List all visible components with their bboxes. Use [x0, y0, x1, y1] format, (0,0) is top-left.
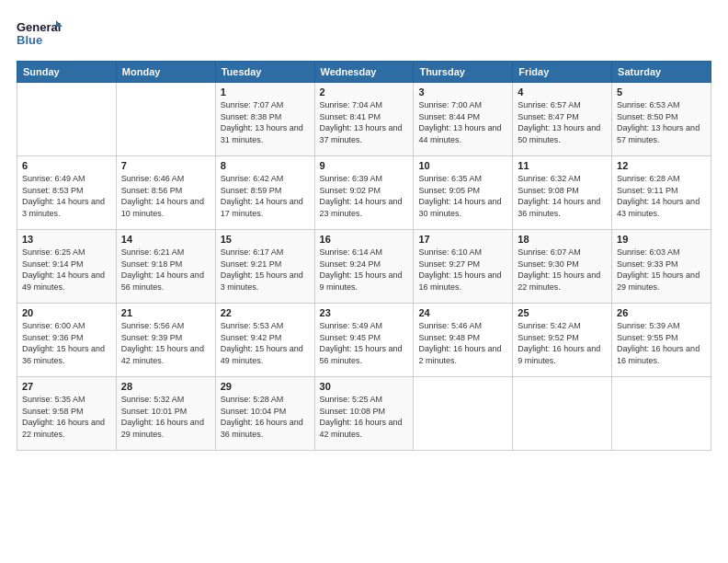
day-number: 3: [418, 86, 507, 98]
calendar-table: SundayMondayTuesdayWednesdayThursdayFrid…: [17, 61, 711, 451]
day-info: Sunrise: 5:32 AM Sunset: 10:01 PM Daylig…: [121, 394, 210, 440]
day-info: Sunrise: 6:53 AM Sunset: 8:50 PM Dayligh…: [617, 99, 706, 145]
calendar-header-thursday: Thursday: [414, 62, 513, 83]
day-number: 18: [518, 234, 607, 245]
day-number: 25: [518, 307, 607, 318]
calendar-cell: 12Sunrise: 6:28 AM Sunset: 9:11 PM Dayli…: [612, 156, 711, 230]
calendar-cell: 1Sunrise: 7:07 AM Sunset: 8:38 PM Daylig…: [215, 83, 314, 156]
day-info: Sunrise: 6:07 AM Sunset: 9:30 PM Dayligh…: [518, 247, 607, 293]
calendar-cell: 13Sunrise: 6:25 AM Sunset: 9:14 PM Dayli…: [17, 230, 117, 304]
day-number: 22: [221, 307, 310, 318]
calendar-cell: 25Sunrise: 5:42 AM Sunset: 9:52 PM Dayli…: [513, 304, 612, 377]
calendar-cell: 9Sunrise: 6:39 AM Sunset: 9:02 PM Daylig…: [314, 156, 414, 230]
day-info: Sunrise: 7:00 AM Sunset: 8:44 PM Dayligh…: [418, 99, 507, 145]
day-info: Sunrise: 7:07 AM Sunset: 8:38 PM Dayligh…: [221, 99, 310, 145]
calendar-cell: 22Sunrise: 5:53 AM Sunset: 9:42 PM Dayli…: [215, 304, 314, 377]
calendar-cell: 27Sunrise: 5:35 AM Sunset: 9:58 PM Dayli…: [17, 377, 117, 451]
day-info: Sunrise: 5:39 AM Sunset: 9:55 PM Dayligh…: [617, 320, 706, 366]
day-number: 26: [617, 307, 706, 318]
calendar-cell: 10Sunrise: 6:35 AM Sunset: 9:05 PM Dayli…: [414, 156, 513, 230]
day-info: Sunrise: 6:17 AM Sunset: 9:21 PM Dayligh…: [221, 247, 310, 293]
day-number: 1: [221, 86, 310, 98]
calendar-header-friday: Friday: [513, 62, 612, 83]
logo: General Blue: [17, 17, 63, 52]
day-number: 13: [22, 234, 111, 245]
day-number: 28: [121, 381, 210, 392]
calendar-cell: 8Sunrise: 6:42 AM Sunset: 8:59 PM Daylig…: [215, 156, 314, 230]
header: General Blue: [17, 17, 711, 52]
day-number: 12: [617, 160, 706, 171]
calendar-week-4: 20Sunrise: 6:00 AM Sunset: 9:36 PM Dayli…: [17, 304, 711, 377]
calendar-cell: 6Sunrise: 6:49 AM Sunset: 8:53 PM Daylig…: [17, 156, 117, 230]
calendar-week-1: 1Sunrise: 7:07 AM Sunset: 8:38 PM Daylig…: [17, 83, 711, 156]
calendar-week-5: 27Sunrise: 5:35 AM Sunset: 9:58 PM Dayli…: [17, 377, 711, 451]
day-info: Sunrise: 5:53 AM Sunset: 9:42 PM Dayligh…: [221, 320, 310, 366]
calendar-cell: 4Sunrise: 6:57 AM Sunset: 8:47 PM Daylig…: [513, 83, 612, 156]
calendar-header-row: SundayMondayTuesdayWednesdayThursdayFrid…: [17, 62, 711, 83]
calendar-week-2: 6Sunrise: 6:49 AM Sunset: 8:53 PM Daylig…: [17, 156, 711, 230]
day-number: 30: [320, 381, 409, 392]
day-info: Sunrise: 5:35 AM Sunset: 9:58 PM Dayligh…: [22, 394, 111, 440]
calendar-cell: 19Sunrise: 6:03 AM Sunset: 9:33 PM Dayli…: [612, 230, 711, 304]
calendar-cell: [414, 377, 513, 451]
day-number: 4: [518, 86, 607, 98]
day-info: Sunrise: 6:49 AM Sunset: 8:53 PM Dayligh…: [22, 173, 111, 219]
calendar-cell: 5Sunrise: 6:53 AM Sunset: 8:50 PM Daylig…: [612, 83, 711, 156]
calendar-cell: 29Sunrise: 5:28 AM Sunset: 10:04 PM Dayl…: [215, 377, 314, 451]
day-info: Sunrise: 5:42 AM Sunset: 9:52 PM Dayligh…: [518, 320, 607, 366]
day-number: 7: [121, 160, 210, 171]
calendar-cell: 3Sunrise: 7:00 AM Sunset: 8:44 PM Daylig…: [414, 83, 513, 156]
calendar-cell: [513, 377, 612, 451]
calendar-header-tuesday: Tuesday: [215, 62, 314, 83]
calendar-cell: 28Sunrise: 5:32 AM Sunset: 10:01 PM Dayl…: [116, 377, 215, 451]
day-number: 9: [320, 160, 409, 171]
day-number: 24: [418, 307, 507, 318]
calendar-cell: 21Sunrise: 5:56 AM Sunset: 9:39 PM Dayli…: [116, 304, 215, 377]
day-info: Sunrise: 6:25 AM Sunset: 9:14 PM Dayligh…: [22, 247, 111, 293]
day-number: 20: [22, 307, 111, 318]
day-info: Sunrise: 6:10 AM Sunset: 9:27 PM Dayligh…: [418, 247, 507, 293]
calendar-header-monday: Monday: [116, 62, 215, 83]
day-number: 23: [320, 307, 409, 318]
day-info: Sunrise: 6:35 AM Sunset: 9:05 PM Dayligh…: [418, 173, 507, 219]
day-info: Sunrise: 5:28 AM Sunset: 10:04 PM Daylig…: [221, 394, 310, 440]
calendar-cell: 18Sunrise: 6:07 AM Sunset: 9:30 PM Dayli…: [513, 230, 612, 304]
svg-text:Blue: Blue: [17, 33, 42, 47]
day-number: 16: [320, 234, 409, 245]
calendar-cell: 23Sunrise: 5:49 AM Sunset: 9:45 PM Dayli…: [314, 304, 414, 377]
calendar-cell: 17Sunrise: 6:10 AM Sunset: 9:27 PM Dayli…: [414, 230, 513, 304]
day-number: 19: [617, 234, 706, 245]
day-info: Sunrise: 5:49 AM Sunset: 9:45 PM Dayligh…: [320, 320, 409, 366]
calendar-cell: 26Sunrise: 5:39 AM Sunset: 9:55 PM Dayli…: [612, 304, 711, 377]
day-number: 27: [22, 381, 111, 392]
day-info: Sunrise: 6:00 AM Sunset: 9:36 PM Dayligh…: [22, 320, 111, 366]
day-info: Sunrise: 6:46 AM Sunset: 8:56 PM Dayligh…: [121, 173, 210, 219]
calendar-header-saturday: Saturday: [612, 62, 711, 83]
day-number: 2: [320, 86, 409, 98]
calendar-cell: 30Sunrise: 5:25 AM Sunset: 10:08 PM Dayl…: [314, 377, 414, 451]
day-number: 14: [121, 234, 210, 245]
day-info: Sunrise: 6:21 AM Sunset: 9:18 PM Dayligh…: [121, 247, 210, 293]
day-info: Sunrise: 6:03 AM Sunset: 9:33 PM Dayligh…: [617, 247, 706, 293]
day-number: 29: [221, 381, 310, 392]
day-info: Sunrise: 6:39 AM Sunset: 9:02 PM Dayligh…: [320, 173, 409, 219]
day-info: Sunrise: 6:14 AM Sunset: 9:24 PM Dayligh…: [320, 247, 409, 293]
calendar-cell: 15Sunrise: 6:17 AM Sunset: 9:21 PM Dayli…: [215, 230, 314, 304]
day-info: Sunrise: 6:28 AM Sunset: 9:11 PM Dayligh…: [617, 173, 706, 219]
calendar-cell: 14Sunrise: 6:21 AM Sunset: 9:18 PM Dayli…: [116, 230, 215, 304]
day-info: Sunrise: 5:56 AM Sunset: 9:39 PM Dayligh…: [121, 320, 210, 366]
calendar-week-3: 13Sunrise: 6:25 AM Sunset: 9:14 PM Dayli…: [17, 230, 711, 304]
day-number: 17: [418, 234, 507, 245]
day-number: 21: [121, 307, 210, 318]
day-number: 8: [221, 160, 310, 171]
day-info: Sunrise: 5:25 AM Sunset: 10:08 PM Daylig…: [320, 394, 409, 440]
logo-svg: General Blue: [17, 17, 63, 52]
day-number: 10: [418, 160, 507, 171]
calendar-cell: 7Sunrise: 6:46 AM Sunset: 8:56 PM Daylig…: [116, 156, 215, 230]
page: General Blue SundayMondayTuesdayWednesda…: [0, 0, 728, 563]
day-number: 15: [221, 234, 310, 245]
day-info: Sunrise: 6:57 AM Sunset: 8:47 PM Dayligh…: [518, 99, 607, 145]
day-number: 11: [518, 160, 607, 171]
svg-text:General: General: [17, 20, 61, 34]
calendar-header-sunday: Sunday: [17, 62, 117, 83]
